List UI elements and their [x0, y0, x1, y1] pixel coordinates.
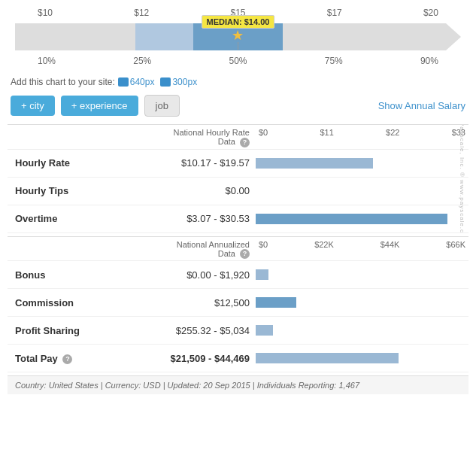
hourly-header-label: National Hourly Rate Data	[174, 128, 250, 146]
hourly-axis-1: $11	[320, 128, 333, 147]
embed-300-link[interactable]: 300px	[172, 77, 197, 87]
hourly-rate-row: Hourly Rate $10.17 - $19.57	[8, 150, 468, 178]
annual-axis-0: $0	[259, 240, 268, 260]
percentile-bar-area: MEDIAN: $14.00 ★	[15, 21, 461, 53]
total-pay-row: Total Pay ? $21,509 - $44,469	[8, 345, 468, 372]
overtime-bar-area	[256, 211, 468, 226]
axis-bottom: 10% 25% 50% 75% 90%	[15, 53, 461, 66]
show-annual-salary-link[interactable]: Show Annual Salary	[378, 100, 465, 111]
annual-axis-1: $22K	[314, 240, 334, 260]
watermark-text: © Payscale, Inc. ® www.payscale.com	[459, 125, 466, 233]
embed-icon-300	[160, 77, 171, 87]
hourly-rate-label: Hourly Rate	[8, 157, 158, 169]
hourly-rate-value: $10.17 - $19.57	[158, 157, 256, 169]
annual-help-icon[interactable]: ?	[240, 249, 250, 259]
embed-640-link[interactable]: 640px	[130, 77, 155, 87]
bonus-value: $0.00 - $1,920	[158, 269, 256, 281]
overtime-value: $3.07 - $30.53	[158, 213, 256, 224]
bonus-row: Bonus $0.00 - $1,920	[8, 261, 468, 289]
profit-sharing-row: Profit Sharing $255.32 - $5,034	[8, 317, 468, 345]
commission-bar	[256, 297, 296, 308]
overtime-label: Overtime	[8, 213, 158, 224]
commission-value: $12,500	[158, 297, 256, 308]
median-label: MEDIAN: $14.00	[202, 15, 275, 29]
embed-icon-640	[118, 77, 129, 87]
bonus-bar	[256, 269, 268, 280]
axis-bottom-3: 50%	[229, 56, 247, 66]
overtime-row: Overtime $3.07 - $30.53	[8, 205, 468, 233]
city-button[interactable]: + city	[11, 96, 55, 116]
axis-bottom-4: 75%	[325, 56, 343, 66]
hourly-axis-2: $22	[386, 128, 399, 147]
embed-label: Add this chart to your site:	[11, 77, 115, 87]
annual-section: National Annualized Data ? $0 $22K $44K …	[8, 236, 468, 373]
hourly-rate-bar	[256, 158, 373, 169]
footer-text: Country: United States | Currency: USD |…	[15, 381, 359, 390]
annual-axis-3: $66K	[446, 240, 465, 260]
total-pay-label: Total Pay ?	[8, 353, 158, 364]
annual-axis: $0 $22K $44K $66K	[256, 240, 468, 260]
total-pay-bar	[256, 353, 399, 363]
median-star: ★	[232, 29, 244, 42]
embed-link-300[interactable]: 300px	[160, 77, 197, 87]
hourly-rate-bar-area	[256, 156, 468, 171]
experience-button[interactable]: + experience	[61, 96, 138, 116]
hourly-help-icon[interactable]: ?	[240, 138, 250, 147]
hourly-axis: $0 $11 $22 $33	[256, 128, 468, 147]
axis-bottom-1: 10%	[38, 56, 56, 66]
commission-label: Commission	[8, 297, 158, 308]
median-marker: MEDIAN: $14.00 ★	[202, 15, 275, 50]
top-chart: $10 $12 $15 $17 $20 MEDIAN: $14.00 ★ 10%…	[8, 8, 468, 66]
annual-axis-2: $44K	[380, 240, 400, 260]
hourly-tips-row: Hourly Tips $0.00	[8, 178, 468, 205]
bonus-bar-area	[256, 267, 468, 282]
commission-row: Commission $12,500	[8, 289, 468, 317]
hourly-tips-label: Hourly Tips	[8, 185, 158, 196]
hourly-tips-value: $0.00	[158, 185, 256, 196]
embed-link-640[interactable]: 640px	[118, 77, 155, 87]
median-dashed-line	[238, 42, 238, 50]
profit-sharing-bar-area	[256, 323, 468, 338]
profit-sharing-label: Profit Sharing	[8, 325, 158, 336]
hourly-axis-0: $0	[259, 128, 268, 147]
buttons-row: + city + experience job Show Annual Sala…	[8, 92, 468, 124]
axis-bottom-2: 25%	[133, 56, 151, 66]
total-pay-help-icon[interactable]: ?	[62, 354, 72, 364]
total-pay-value: $21,509 - $44,469	[158, 353, 256, 364]
annual-section-header: National Annualized Data ? $0 $22K $44K …	[8, 237, 468, 262]
axis-top-5: $20	[423, 8, 438, 18]
bonus-label: Bonus	[8, 269, 158, 281]
job-button[interactable]: job	[144, 95, 180, 117]
hourly-tips-bar-area	[256, 184, 468, 199]
total-pay-bar-area	[256, 351, 468, 366]
profit-sharing-value: $255.32 - $5,034	[158, 325, 256, 336]
axis-top-2: $12	[134, 8, 149, 18]
commission-bar-area	[256, 295, 468, 310]
embed-row: Add this chart to your site: 640px 300px	[8, 72, 468, 92]
axis-top-1: $10	[38, 8, 53, 18]
main-container: $10 $12 $15 $17 $20 MEDIAN: $14.00 ★ 10%…	[0, 0, 476, 394]
axis-bottom-5: 90%	[420, 56, 438, 66]
annual-header-label: National Annualized Data	[177, 240, 250, 258]
watermark: © Payscale, Inc. ® www.payscale.com	[456, 125, 468, 233]
axis-top-4: $17	[327, 8, 342, 18]
footer: Country: United States | Currency: USD |…	[8, 375, 468, 394]
hourly-section-header: National Hourly Rate Data ? $0 $11 $22 $…	[8, 125, 468, 150]
hourly-section: National Hourly Rate Data ? $0 $11 $22 $…	[8, 124, 468, 233]
profit-sharing-bar	[256, 325, 273, 336]
overtime-bar	[256, 214, 447, 224]
